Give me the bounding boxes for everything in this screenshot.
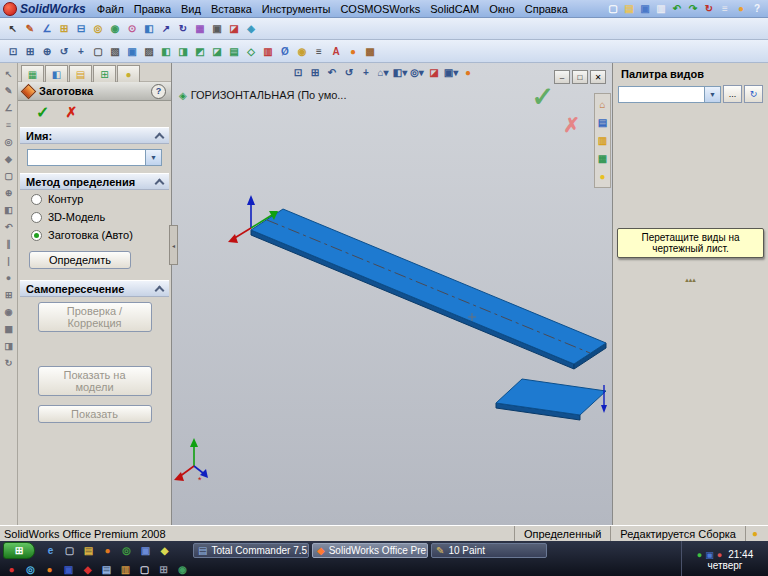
document-minimize-button[interactable]: – bbox=[554, 70, 570, 84]
menu-help[interactable]: Справка bbox=[520, 2, 573, 16]
graphics-viewport[interactable]: ⊡⊞↶↺+⌂▾◧▾◎▾◪▣▾● ◈ ГОРИЗОНТАЛЬНАЯ (По умо… bbox=[172, 63, 612, 525]
self-intersection-section-header[interactable]: Самопересечение bbox=[20, 280, 169, 297]
tab-configurationmanager-icon[interactable]: ▤ bbox=[69, 65, 92, 82]
left-coordinate-icon[interactable]: ⊞ bbox=[2, 288, 16, 301]
vp-zoom-area-icon[interactable]: ⊞ bbox=[307, 65, 323, 80]
task-solidworks[interactable]: ◆ SolidWorks Office Pre... bbox=[312, 543, 428, 558]
left-view-icon[interactable]: ◩ bbox=[192, 44, 208, 59]
quicklaunch-show-desktop-icon[interactable]: ▢ bbox=[61, 543, 78, 559]
menu-insert[interactable]: Вставка bbox=[206, 2, 257, 16]
left-datum-icon[interactable]: ▢ bbox=[2, 169, 16, 182]
left-curve-icon[interactable]: ↶ bbox=[2, 220, 16, 233]
appearance-icon[interactable]: ● bbox=[345, 44, 361, 59]
quicklaunch-calculator-icon[interactable]: ⊞ bbox=[155, 562, 172, 576]
redo-icon[interactable]: ↷ bbox=[685, 1, 701, 16]
confirmation-cancel-button[interactable]: ✗ bbox=[563, 113, 580, 137]
interference-detection-icon[interactable]: ◪ bbox=[226, 21, 242, 36]
spell-check-icon[interactable]: A bbox=[328, 44, 344, 59]
quicklaunch-messenger-icon[interactable]: ◎ bbox=[118, 543, 135, 559]
tray-icon-2[interactable]: ▣ bbox=[705, 550, 714, 560]
shadows-icon[interactable]: ▨ bbox=[141, 44, 157, 59]
vp-section-view-icon[interactable]: ◪ bbox=[426, 65, 442, 80]
left-point-icon[interactable]: ● bbox=[2, 271, 16, 284]
cancel-button[interactable]: ✗ bbox=[65, 104, 77, 120]
vp-rotate-view-icon[interactable]: ↺ bbox=[341, 65, 357, 80]
help-icon[interactable]: ? bbox=[749, 1, 765, 16]
save-icon[interactable]: ▣ bbox=[637, 1, 653, 16]
tab-dimxpertmanager-icon[interactable]: ⊞ bbox=[93, 65, 116, 82]
left-mirror-icon[interactable]: ◨ bbox=[2, 339, 16, 352]
radio-option-3d-model[interactable]: 3D-Модель bbox=[18, 208, 171, 226]
quicklaunch-skype-icon[interactable]: ◎ bbox=[22, 562, 39, 576]
extruded-boss-icon[interactable]: ⊞ bbox=[56, 21, 72, 36]
quicklaunch-outlook-icon[interactable]: ▤ bbox=[80, 543, 97, 559]
quicklaunch-antivirus-icon[interactable]: ● bbox=[3, 562, 20, 576]
insert-component-icon[interactable]: ◧ bbox=[141, 21, 157, 36]
menu-cosmosworks[interactable]: COSMOSWorks bbox=[335, 2, 425, 16]
dropdown-arrow-icon[interactable]: ▼ bbox=[704, 87, 720, 102]
tray-icon-1[interactable]: ● bbox=[697, 550, 702, 560]
revolve-icon[interactable]: ◎ bbox=[90, 21, 106, 36]
new-document-icon[interactable]: ▢ bbox=[605, 1, 621, 16]
browse-button[interactable]: ... bbox=[723, 85, 742, 103]
print-icon[interactable]: ▥ bbox=[653, 1, 669, 16]
document-close-button[interactable]: ✕ bbox=[590, 70, 606, 84]
quicklaunch-acrobat-icon[interactable]: ◆ bbox=[79, 562, 96, 576]
ok-button[interactable]: ✓ bbox=[36, 103, 49, 122]
left-surface-icon[interactable]: ◧ bbox=[2, 203, 16, 216]
vp-previous-view-icon[interactable]: ↶ bbox=[324, 65, 340, 80]
quicklaunch-firefox-icon[interactable]: ● bbox=[41, 562, 58, 576]
show-on-model-button[interactable]: Показать на модели bbox=[38, 366, 152, 396]
zoom-in-out-icon[interactable]: ⊕ bbox=[39, 44, 55, 59]
view-palette-tab-icon[interactable]: ▦ bbox=[595, 151, 611, 166]
smart-dimension-icon[interactable]: ∠ bbox=[39, 21, 55, 36]
fillet-icon[interactable]: ◉ bbox=[107, 21, 123, 36]
vp-pan-icon[interactable]: + bbox=[358, 65, 374, 80]
document-restore-button[interactable]: □ bbox=[572, 70, 588, 84]
plane-annotation[interactable]: ◈ ГОРИЗОНТАЛЬНАЯ (По умо... bbox=[179, 89, 346, 101]
method-section-header[interactable]: Метод определения bbox=[20, 173, 169, 190]
top-view-icon[interactable]: ▤ bbox=[226, 44, 242, 59]
design-library-icon[interactable]: ▤ bbox=[595, 115, 611, 130]
tab-propertymanager-icon[interactable]: ◧ bbox=[45, 65, 68, 82]
pan-icon[interactable]: + bbox=[73, 44, 89, 59]
menu-solidcam[interactable]: SolidCAM bbox=[425, 2, 484, 16]
menu-edit[interactable]: Правка bbox=[129, 2, 176, 16]
help-button[interactable]: ? bbox=[151, 84, 166, 99]
left-hole-wizard-icon[interactable]: ◉ bbox=[2, 305, 16, 318]
annotation-icon[interactable]: ≡ bbox=[311, 44, 327, 59]
show-button[interactable]: Показать bbox=[38, 405, 152, 423]
rotate-component-icon[interactable]: ↻ bbox=[175, 21, 191, 36]
radio-option-blank-auto[interactable]: Заготовка (Авто) bbox=[18, 226, 171, 244]
dropdown-arrow-icon[interactable]: ▼ bbox=[145, 150, 161, 165]
mate-icon[interactable]: ⊙ bbox=[124, 21, 140, 36]
quicklaunch-cleaner-icon[interactable]: ◉ bbox=[174, 562, 191, 576]
assembly-features-icon[interactable]: ▦ bbox=[192, 21, 208, 36]
left-dimension-icon[interactable]: ∠ bbox=[2, 101, 16, 114]
texture-icon[interactable]: ▩ bbox=[362, 44, 378, 59]
zoom-fit-icon[interactable]: ⊡ bbox=[5, 44, 21, 59]
hidden-lines-icon[interactable]: ▧ bbox=[107, 44, 123, 59]
zoom-area-icon[interactable]: ⊞ bbox=[22, 44, 38, 59]
edit-color-icon[interactable]: ● bbox=[733, 1, 749, 16]
exploded-view-icon[interactable]: ◈ bbox=[243, 21, 259, 36]
solidworks-resources-home-icon[interactable]: ⌂ bbox=[595, 97, 611, 112]
left-pattern-icon[interactable]: ▦ bbox=[2, 322, 16, 335]
wireframe-icon[interactable]: ▢ bbox=[90, 44, 106, 59]
left-sketch-icon[interactable]: ✎ bbox=[2, 84, 16, 97]
radio-option-contour[interactable]: Контур bbox=[18, 190, 171, 208]
quicklaunch-notepad-icon[interactable]: ▢ bbox=[136, 562, 153, 576]
rotate-view-icon[interactable]: ↺ bbox=[56, 44, 72, 59]
task-total-commander[interactable]: ▤ Total Commander 7.5... bbox=[193, 543, 309, 558]
confirmation-ok-button[interactable]: ✓ bbox=[531, 81, 554, 113]
quicklaunch-winrar-icon[interactable]: ▥ bbox=[117, 562, 134, 576]
left-weld-symbol-icon[interactable]: ◆ bbox=[2, 152, 16, 165]
shaded-icon[interactable]: ▣ bbox=[124, 44, 140, 59]
define-button[interactable]: Определить bbox=[29, 251, 131, 269]
vp-standard-views-icon[interactable]: ⌂▾ bbox=[375, 65, 391, 80]
smart-fasteners-icon[interactable]: ▣ bbox=[209, 21, 225, 36]
open-icon[interactable]: ▤ bbox=[621, 1, 637, 16]
vp-hide-show-items-icon[interactable]: ◎▾ bbox=[409, 65, 425, 80]
options-icon[interactable]: ≡ bbox=[717, 1, 733, 16]
palette-document-dropdown[interactable]: ▼ bbox=[618, 86, 721, 103]
